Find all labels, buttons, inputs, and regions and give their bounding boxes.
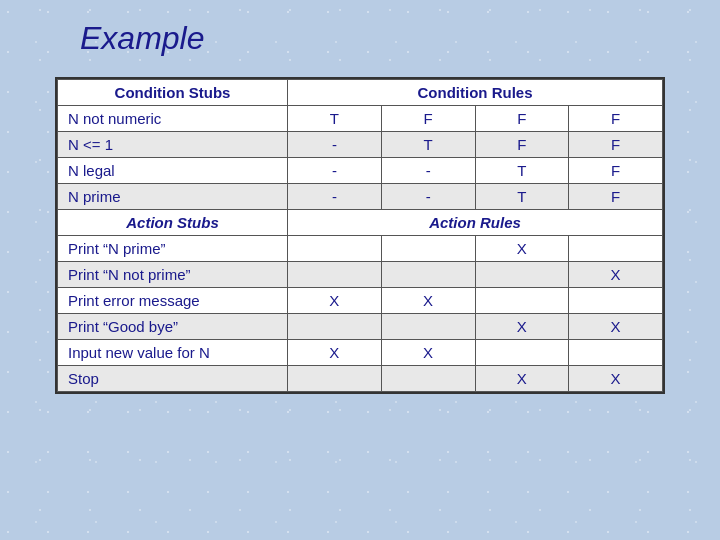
cell-a0-r0 <box>288 236 382 262</box>
action-label: Stop <box>58 366 288 392</box>
cell-c2-r3: T <box>475 184 569 210</box>
cell-c3-r0: F <box>569 106 663 132</box>
cell-a3-r0 <box>569 236 663 262</box>
condition-label: N not numeric <box>58 106 288 132</box>
decision-table: Condition Stubs Condition Rules N not nu… <box>57 79 663 392</box>
cell-a1-r2: X <box>381 288 475 314</box>
cell-a2-r1 <box>475 262 569 288</box>
cell-c1-r1: T <box>381 132 475 158</box>
cell-c2-r2: T <box>475 158 569 184</box>
action-label: Print error message <box>58 288 288 314</box>
cell-a3-r2 <box>569 288 663 314</box>
action-header-row: Action Stubs Action Rules <box>58 210 663 236</box>
cell-c1-r0: F <box>381 106 475 132</box>
cell-a1-r3 <box>381 314 475 340</box>
condition-rules-header: Condition Rules <box>288 80 663 106</box>
cell-a0-r5 <box>288 366 382 392</box>
cell-c0-r0: T <box>288 106 382 132</box>
header-row: Condition Stubs Condition Rules <box>58 80 663 106</box>
cell-c1-r3: - <box>381 184 475 210</box>
cell-a2-r2 <box>475 288 569 314</box>
table-row: Input new value for N X X <box>58 340 663 366</box>
cell-c3-r1: F <box>569 132 663 158</box>
cell-c0-r3: - <box>288 184 382 210</box>
action-rules-header: Action Rules <box>288 210 663 236</box>
condition-stubs-header: Condition Stubs <box>58 80 288 106</box>
table-row: Print “Good bye” X X <box>58 314 663 340</box>
table-row: Stop X X <box>58 366 663 392</box>
table-row: Print “N prime” X <box>58 236 663 262</box>
condition-label: N prime <box>58 184 288 210</box>
action-label: Print “N prime” <box>58 236 288 262</box>
cell-a3-r5: X <box>569 366 663 392</box>
table-row: N legal - - T F <box>58 158 663 184</box>
page-title: Example <box>80 20 205 57</box>
cell-a3-r3: X <box>569 314 663 340</box>
cell-a0-r1 <box>288 262 382 288</box>
cell-c1-r2: - <box>381 158 475 184</box>
cell-a2-r0: X <box>475 236 569 262</box>
table-row: Print error message X X <box>58 288 663 314</box>
cell-a0-r4: X <box>288 340 382 366</box>
cell-a1-r0 <box>381 236 475 262</box>
cell-c3-r2: F <box>569 158 663 184</box>
cell-c2-r1: F <box>475 132 569 158</box>
cell-a0-r3 <box>288 314 382 340</box>
cell-c0-r2: - <box>288 158 382 184</box>
cell-a1-r5 <box>381 366 475 392</box>
cell-c2-r0: F <box>475 106 569 132</box>
table-row: Print “N not prime” X <box>58 262 663 288</box>
cell-a0-r2: X <box>288 288 382 314</box>
condition-label: N legal <box>58 158 288 184</box>
cell-a1-r1 <box>381 262 475 288</box>
action-label: Print “Good bye” <box>58 314 288 340</box>
cell-a1-r4: X <box>381 340 475 366</box>
action-label: Input new value for N <box>58 340 288 366</box>
action-label: Print “N not prime” <box>58 262 288 288</box>
cell-a2-r3: X <box>475 314 569 340</box>
table-row: N <= 1 - T F F <box>58 132 663 158</box>
condition-label: N <= 1 <box>58 132 288 158</box>
table-row: N not numeric T F F F <box>58 106 663 132</box>
table-row: N prime - - T F <box>58 184 663 210</box>
cell-c0-r1: - <box>288 132 382 158</box>
cell-a3-r4 <box>569 340 663 366</box>
cell-c3-r3: F <box>569 184 663 210</box>
cell-a2-r5: X <box>475 366 569 392</box>
action-stubs-header: Action Stubs <box>58 210 288 236</box>
cell-a3-r1: X <box>569 262 663 288</box>
cell-a2-r4 <box>475 340 569 366</box>
main-table-container: Condition Stubs Condition Rules N not nu… <box>55 77 665 394</box>
